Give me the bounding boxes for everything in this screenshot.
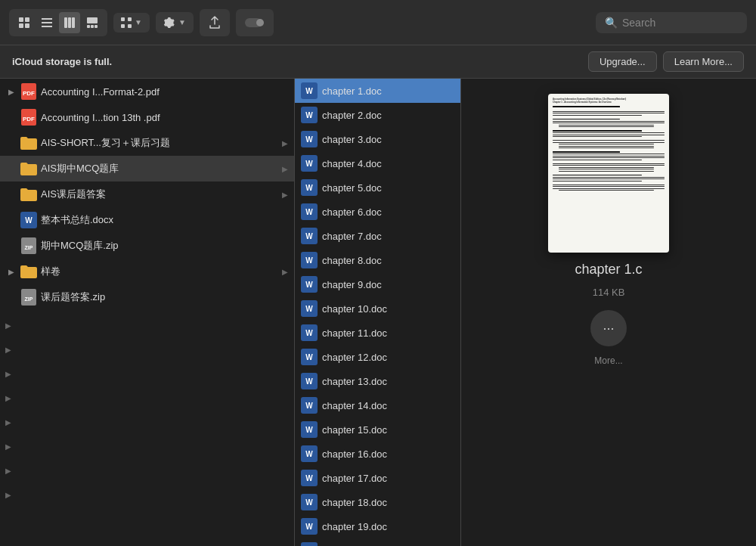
toolbar: ▼ ▼ 🔍	[0, 0, 756, 45]
svg-text:ZIP: ZIP	[25, 245, 33, 250]
word-icon: W	[301, 155, 318, 172]
chapter-item[interactable]: Wchapter 2.doc	[295, 103, 460, 127]
chapter-item[interactable]: Wchapter 8.doc	[295, 248, 460, 272]
list-item[interactable]: ▶	[0, 458, 294, 482]
svg-rect-7	[64, 17, 67, 28]
svg-rect-5	[42, 22, 52, 23]
column-view-btn[interactable]	[59, 12, 80, 33]
chapter-name: chapter 10.doc	[322, 303, 454, 315]
file-name: AIS课后题答案	[41, 188, 279, 201]
word-icon: W	[301, 397, 318, 414]
expand-arrow[interactable]: ▶	[3, 441, 14, 451]
chapter-item[interactable]: Wchapter 16.doc	[295, 442, 460, 466]
expand-arrow[interactable]: ▶	[3, 320, 14, 330]
search-bar[interactable]: 🔍	[596, 12, 747, 33]
expand-arrow[interactable]: ▶	[3, 489, 14, 500]
list-item[interactable]: ▶ AIS-SHORT...复习＋课后习题 ▶	[0, 130, 294, 156]
list-item[interactable]: ▶ 样卷 ▶	[0, 259, 294, 284]
svg-rect-12	[91, 25, 94, 28]
chapter-name: chapter 8.doc	[322, 255, 454, 266]
chapter-item[interactable]: Wchapter 18.doc	[295, 490, 460, 514]
left-pane: ▶ PDF Accounting I...Format-2.pdf ▶ PDF …	[0, 79, 295, 546]
chapter-item[interactable]: Wchapter 4.doc	[295, 151, 460, 175]
list-item[interactable]: ▶ PDF Accounting I...Format-2.pdf	[0, 79, 294, 104]
search-icon: 🔍	[605, 17, 618, 29]
upgrade-button[interactable]: Upgrade...	[588, 51, 657, 72]
list-item[interactable]: ZIP 课后题答案.zip	[0, 284, 294, 310]
chapter-item[interactable]: Wchapter 9.doc	[295, 272, 460, 296]
list-item[interactable]: ▶	[0, 361, 294, 386]
view-mode-group-1	[9, 9, 107, 36]
chapter-name: chapter 1.doc	[322, 85, 454, 97]
share-btn[interactable]	[200, 9, 230, 36]
search-input[interactable]	[622, 17, 728, 29]
icon-view-btn[interactable]	[14, 12, 35, 33]
list-item[interactable]: ▶	[0, 410, 294, 434]
svg-rect-9	[72, 17, 75, 28]
list-item[interactable]: AIS期中MCQ题库 ▶	[0, 156, 294, 181]
more-button[interactable]: ···	[590, 310, 627, 346]
file-name: 样卷	[41, 265, 279, 278]
chapter-item[interactable]: Wchapter 1.doc	[295, 79, 460, 103]
gallery-view-btn[interactable]	[82, 12, 103, 33]
chapter-item[interactable]: Wchapter 20.doc	[295, 538, 460, 546]
chapter-item[interactable]: Wchapter 11.doc	[295, 321, 460, 345]
file-name: 期中MCQ题库.zip	[41, 239, 288, 253]
chapter-name: chapter 6.doc	[322, 206, 454, 218]
chapter-item[interactable]: Wchapter 19.doc	[295, 514, 460, 538]
expand-arrow[interactable]: ▶	[3, 368, 14, 379]
chapter-item[interactable]: Wchapter 12.doc	[295, 345, 460, 369]
svg-text:PDF: PDF	[23, 90, 35, 97]
chapter-item[interactable]: Wchapter 3.doc	[295, 127, 460, 151]
expand-arrow[interactable]: ▶	[3, 392, 14, 403]
list-item[interactable]: ZIP 期中MCQ题库.zip	[0, 233, 294, 259]
more-label: More...	[594, 355, 622, 366]
list-view-btn[interactable]	[36, 12, 57, 33]
chapter-name: chapter 4.doc	[322, 158, 454, 169]
chapter-name: chapter 19.doc	[322, 521, 454, 532]
expand-arrow[interactable]: ▶	[3, 417, 14, 427]
chapter-item[interactable]: Wchapter 7.doc	[295, 224, 460, 248]
grid-dropdown-btn[interactable]: ▼	[113, 13, 150, 33]
chapter-item[interactable]: Wchapter 6.doc	[295, 200, 460, 224]
list-item[interactable]: AIS课后题答案 ▶	[0, 181, 294, 207]
word-icon: W	[301, 82, 318, 99]
list-item[interactable]: ▶	[0, 313, 294, 337]
preview-filesize: 114 KB	[593, 287, 625, 298]
svg-rect-2	[19, 23, 23, 28]
preview-filename: chapter 1.c	[575, 262, 642, 278]
list-item[interactable]: W 整本书总结.docx	[0, 207, 294, 233]
word-icon: W	[301, 373, 318, 389]
chapter-name: chapter 12.doc	[322, 352, 454, 363]
word-icon: W	[301, 518, 318, 535]
expand-arrow[interactable]: ▶	[6, 86, 17, 97]
list-item[interactable]: ▶	[0, 337, 294, 361]
expand-arrow[interactable]: ▶	[3, 465, 14, 476]
chapter-item[interactable]: Wchapter 10.doc	[295, 296, 460, 321]
chapter-item[interactable]: Wchapter 13.doc	[295, 369, 460, 393]
list-item[interactable]: ▶	[0, 386, 294, 410]
folder-icon	[20, 160, 38, 178]
list-item[interactable]: ▶	[0, 482, 294, 507]
folder-arrow: ▶	[282, 165, 288, 173]
chapter-name: chapter 13.doc	[322, 376, 454, 387]
chapter-item[interactable]: Wchapter 5.doc	[295, 175, 460, 200]
list-item[interactable]: ▶	[0, 434, 294, 458]
chapter-item[interactable]: Wchapter 17.doc	[295, 466, 460, 490]
svg-rect-13	[94, 25, 98, 28]
word-icon: W	[301, 276, 318, 293]
preview-document: Accounting Information Systems (Global E…	[548, 94, 669, 253]
folder-arrow: ▶	[282, 268, 288, 276]
svg-text:ZIP: ZIP	[25, 296, 33, 302]
file-name: 课后题答案.zip	[41, 290, 288, 304]
expand-arrow[interactable]: ▶	[6, 266, 17, 277]
tag-btn[interactable]	[236, 9, 274, 36]
icloud-banner: iCloud storage is full. Upgrade... Learn…	[0, 45, 756, 79]
tag-icon	[244, 16, 265, 29]
chapter-item[interactable]: Wchapter 15.doc	[295, 417, 460, 442]
learn-more-button[interactable]: Learn More...	[663, 51, 744, 72]
chapter-item[interactable]: Wchapter 14.doc	[295, 393, 460, 417]
expand-arrow[interactable]: ▶	[3, 344, 14, 355]
gear-dropdown-btn[interactable]: ▼	[156, 12, 194, 33]
list-item[interactable]: ▶ PDF Accounting I...tion 13th .pdf	[0, 104, 294, 130]
